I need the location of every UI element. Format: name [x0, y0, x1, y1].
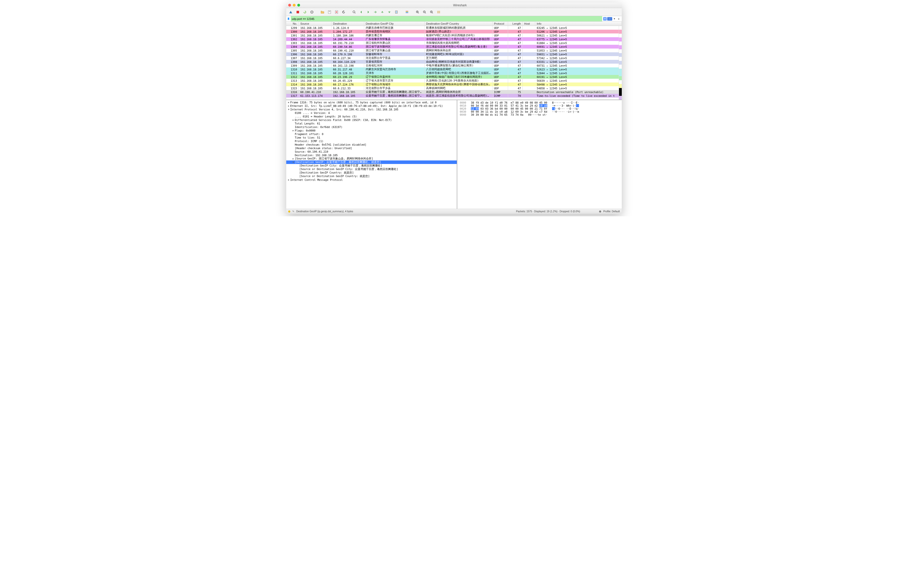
tree-item[interactable]: ▶Flags: 0x0000 — [286, 129, 457, 132]
packet-details-pane[interactable]: ▶Frame 1316: 75 bytes on wire (600 bits)… — [286, 100, 457, 209]
status-field-info: Destination GeoIP (ip.geoip.dst_summary)… — [296, 210, 353, 213]
display-filter-input[interactable] — [291, 16, 602, 21]
app-window: Wireshark 1 ✕ → ▾ + — [286, 3, 622, 214]
tree-item[interactable]: Destination: 192.168.18.105 — [286, 153, 457, 157]
tree-item[interactable]: ▼[Destination GeoIP: 众里寻她千百度，蓦然回首阑珊处, 就是… — [286, 161, 457, 164]
svg-point-2 — [312, 11, 312, 12]
add-filter-icon[interactable]: + — [617, 17, 621, 21]
tree-item[interactable]: [Header checksum status: Unverified] — [286, 147, 457, 150]
stop-capture-icon[interactable] — [295, 9, 301, 15]
tree-item[interactable]: Fragment offset: 0 — [286, 132, 457, 136]
zoom-in-icon[interactable] — [414, 9, 420, 15]
col-no[interactable]: No. — [286, 22, 299, 26]
resize-columns-icon[interactable] — [436, 9, 442, 15]
col-destination[interactable]: Destination — [332, 22, 364, 26]
open-file-icon[interactable] — [319, 9, 325, 15]
status-profile[interactable]: Profile: Default — [603, 210, 620, 213]
packet-list-header: No. Source Destination Destination GeoIP… — [286, 22, 622, 26]
tree-item[interactable]: Identification: 0xf6dd (63197) — [286, 125, 457, 129]
tree-item[interactable]: Header checksum: 0x5741 [validation disa… — [286, 143, 457, 147]
svg-text:1: 1 — [431, 11, 431, 13]
prev-icon[interactable] — [358, 9, 364, 15]
tree-item[interactable]: Protocol: ICMP (1) — [286, 139, 457, 143]
tree-item[interactable]: ▶Ethernet II, Src: Tp-LinkT_88:e0:49 (d0… — [286, 104, 457, 108]
goto-first-icon[interactable] — [379, 9, 385, 15]
filter-dropdown-icon[interactable]: ▾ — [613, 17, 616, 20]
tree-item[interactable]: 0100 .... = Version: 4 — [286, 111, 457, 115]
tree-item[interactable]: .... 0101 = Header Length: 20 bytes (5) — [286, 115, 457, 118]
apply-filter-icon[interactable]: → — [607, 17, 612, 21]
tree-item[interactable]: Source: 60.190.41.210 — [286, 150, 457, 153]
svg-point-7 — [353, 11, 355, 13]
tree-item[interactable]: Total Length: 61 — [286, 122, 457, 125]
filter-bar: ✕ → ▾ + — [286, 16, 622, 22]
find-icon[interactable] — [351, 9, 357, 15]
expert-info-icon[interactable] — [288, 211, 290, 213]
packet-bytes-pane[interactable]: 0000 38 f9 d3 de 10 f1 d0 76 e7 88 e0 49… — [457, 100, 622, 209]
packet-minimap — [619, 26, 622, 100]
close-file-icon[interactable] — [333, 9, 340, 15]
col-host[interactable]: Host — [523, 22, 535, 26]
col-protocol[interactable]: Protocol — [493, 22, 508, 26]
tree-item[interactable]: ▶Frame 1316: 75 bytes on wire (600 bits)… — [286, 101, 457, 104]
hex-row[interactable]: 0030 00 00 34 11 dc 1b c0 a8 12 69 3c be… — [460, 110, 619, 113]
main-toolbar: 1 — [286, 8, 622, 16]
edit-icon[interactable]: ✎ — [292, 210, 294, 213]
traffic-lights — [288, 4, 300, 6]
tree-item[interactable]: Time to live: 51 — [286, 136, 457, 139]
auto-scroll-icon[interactable] — [393, 9, 399, 15]
colorize-icon[interactable] — [404, 9, 410, 15]
window-title: Wireshark — [300, 3, 620, 7]
shark-fin-icon[interactable] — [288, 9, 294, 15]
col-source[interactable]: Source — [299, 22, 332, 26]
zoom-out-icon[interactable] — [422, 9, 428, 15]
col-length[interactable]: Length — [508, 22, 523, 26]
status-packet-counts: Packets: 1575 · Displayed: 19 (1.2%) · D… — [516, 210, 580, 213]
svg-rect-10 — [406, 11, 408, 11]
svg-rect-0 — [296, 11, 299, 13]
tree-item[interactable]: ▶Differentiated Services Field: 0x00 (DS… — [286, 118, 457, 122]
tree-item[interactable]: [Destination GeoIP City: 众里寻她千百度，蓦然回首阑珊处… — [286, 164, 457, 168]
restart-capture-icon[interactable] — [302, 9, 308, 15]
packet-list-pane[interactable]: No. Source Destination Destination GeoIP… — [286, 22, 622, 100]
packet-row[interactable]: 131761.153.113.174192.168.18.105众里寻她千百度，… — [286, 94, 622, 98]
next-icon[interactable] — [365, 9, 371, 15]
bookmark-icon[interactable] — [286, 17, 291, 20]
tree-item[interactable]: [Source or Destination GeoIP Country: 就是… — [286, 174, 457, 178]
status-bar: ✎ Destination GeoIP (ip.geoip.dst_summar… — [286, 209, 622, 214]
minimize-window[interactable] — [293, 4, 296, 6]
tree-item[interactable]: ▶[Source GeoIP: 浙江省宁波市象山县, 易网轩网络休闲会所] — [286, 157, 457, 161]
svg-rect-11 — [406, 11, 408, 12]
profile-indicator-icon — [599, 211, 601, 213]
options-icon[interactable] — [309, 9, 315, 15]
tree-item[interactable]: ▶Internet Control Message Protocol — [286, 178, 457, 182]
tree-item[interactable]: ▼Internet Protocol Version 4, Src: 60.19… — [286, 108, 457, 111]
col-info[interactable]: Info — [535, 22, 622, 26]
svg-rect-3 — [328, 11, 331, 14]
hex-row[interactable]: 0020 12 69 03 03 36 bd 00 00 00 00 45 00… — [460, 107, 619, 110]
svg-rect-12 — [406, 12, 408, 13]
hex-row[interactable]: 0000 38 f9 d3 de 10 f1 d0 76 e7 88 e0 49… — [460, 101, 619, 104]
col-geoip-country[interactable]: Destination GeoIP Country — [425, 22, 493, 26]
goto-last-icon[interactable] — [386, 9, 392, 15]
goto-icon[interactable] — [372, 9, 378, 15]
titlebar: Wireshark — [286, 3, 622, 8]
zoom-reset-icon[interactable]: 1 — [428, 9, 435, 15]
lower-panes: ▶Frame 1316: 75 bytes on wire (600 bits)… — [286, 100, 622, 209]
clear-filter-icon[interactable]: ✕ — [603, 17, 607, 21]
svg-line-8 — [355, 13, 356, 13]
hex-row[interactable]: 0010 00 3d f6 dd 00 00 33 01 57 41 3c be… — [460, 104, 619, 107]
close-window[interactable] — [288, 4, 291, 6]
col-geoip-city[interactable]: Destination GeoIP City — [364, 22, 425, 26]
save-file-icon[interactable] — [327, 9, 333, 15]
maximize-window[interactable] — [297, 4, 300, 6]
reload-icon[interactable] — [341, 9, 346, 15]
hex-row[interactable]: 0040 30 39 00 0d dc b1 74 65 73 74 0a 09… — [460, 113, 619, 116]
tree-item[interactable]: [Source or Destination GeoIP City: 众里寻她千… — [286, 168, 457, 171]
tree-item[interactable]: [Destination GeoIP Country: 就是您] — [286, 171, 457, 174]
